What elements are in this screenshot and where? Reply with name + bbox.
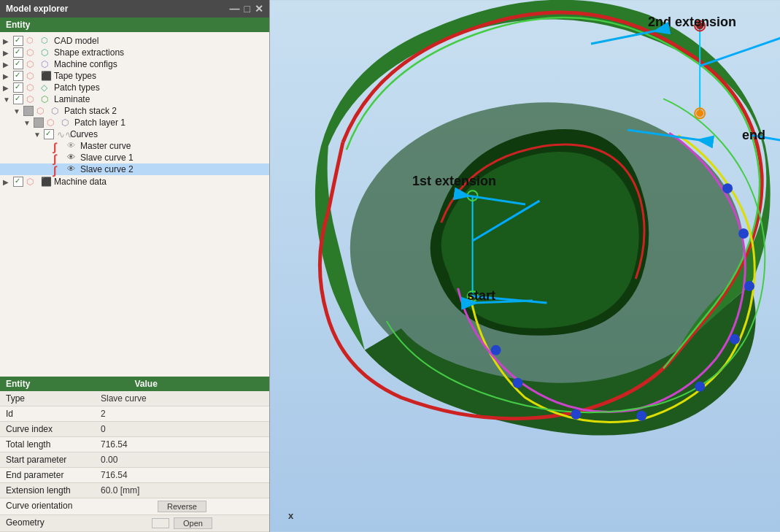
checkbox-tape[interactable]: [13, 71, 23, 81]
tree-item-master-curve[interactable]: ∫ 👁 Master curve: [0, 140, 269, 152]
tree-item-patch-types[interactable]: ▶ ⬡ ◇ Patch types: [0, 82, 269, 93]
geometry-swatch: [152, 518, 169, 528]
svg-point-6: [636, 411, 646, 421]
label-machine: Machine configs: [54, 59, 117, 69]
label-stack: Patch stack 2: [64, 106, 117, 116]
props-row-start-param: Start parameter 0.00: [0, 452, 269, 468]
props-table-header: Entity Value: [0, 377, 269, 391]
open-button[interactable]: Open: [174, 517, 212, 529]
svg-point-10: [738, 228, 749, 239]
tree-item-patch-stack-2[interactable]: ▼ ⬡ ⬡ Patch stack 2: [0, 105, 269, 117]
tree-arrow-machine[interactable]: ▶: [3, 61, 12, 69]
checkbox-machine[interactable]: [13, 59, 23, 69]
label-slave-curve-1: Slave curve 1: [80, 153, 134, 163]
annotation-2nd-extension: 2nd extension: [648, 15, 736, 30]
tree-item-cad-model[interactable]: ▶ ⬡ ⬡ CAD model: [0, 35, 269, 47]
axis-x-label: x: [288, 510, 293, 521]
entity-geometry: Geometry: [0, 515, 95, 531]
label-shape: Shape extractions: [54, 47, 124, 58]
label-slave-curve-2: Slave curve 2: [80, 164, 134, 174]
value-curve-orient: Reverse: [95, 498, 269, 514]
tree-arrow-layer[interactable]: ▼: [23, 119, 32, 127]
minimize-button[interactable]: —: [230, 3, 240, 15]
checkbox-shape[interactable]: [13, 47, 23, 58]
props-row-curve-orient: Curve orientation Reverse: [0, 498, 269, 515]
icon-patch-types2: ◇: [41, 82, 53, 93]
entity-curve-index: Curve index: [0, 422, 95, 436]
tree-item-curves[interactable]: ▼ ∿∿∿ Curves: [0, 128, 269, 140]
tree-arrow-shape[interactable]: ▶: [3, 49, 12, 57]
icon-stack: ⬡: [36, 106, 48, 116]
tree-area[interactable]: ▶ ⬡ ⬡ CAD model ▶ ⬡ ⬡ Shape extractions …: [0, 32, 269, 377]
entity-total-length: Total length: [0, 437, 95, 452]
svg-point-4: [513, 378, 523, 388]
checkbox-patch-types[interactable]: [13, 82, 23, 93]
checkbox-machine-data[interactable]: [13, 177, 23, 187]
entity-type: Type: [0, 391, 95, 406]
svg-point-5: [571, 409, 581, 420]
value-curve-index: 0: [95, 422, 269, 436]
icon-patch-types: ⬡: [26, 82, 38, 93]
entity-ext-length: Extension length: [0, 483, 95, 498]
tree-arrow-cad[interactable]: ▶: [3, 37, 12, 45]
entity-end-param: End parameter: [0, 468, 95, 482]
checkbox-layer[interactable]: [34, 117, 44, 128]
svg-point-9: [744, 281, 754, 291]
tree-item-slave-curve-1[interactable]: ∫ 👁 Slave curve 1: [0, 152, 269, 163]
tree-item-machine-configs[interactable]: ▶ ⬡ ⬡ Machine configs: [0, 58, 269, 70]
restore-button[interactable]: □: [244, 3, 250, 15]
tree-arrow-curves[interactable]: ▼: [34, 131, 42, 139]
tree-item-machine-data[interactable]: ▶ ⬡ ⬛ Machine data: [0, 175, 269, 188]
tree-item-slave-curve-2[interactable]: ∫ 👁 Slave curve 2: [0, 163, 269, 175]
icon-layer2: ⬡: [61, 117, 73, 128]
icon-tape2: ⬛: [41, 71, 53, 81]
props-row-end-param: End parameter 716.54: [0, 468, 269, 483]
checkbox-laminate[interactable]: [13, 94, 23, 104]
checkbox-curves[interactable]: [44, 129, 54, 139]
tree-item-laminate[interactable]: ▼ ⬡ ⬡ Laminate: [0, 93, 269, 105]
tree-arrow-tape[interactable]: ▶: [3, 72, 12, 80]
tree-arrow-stack[interactable]: ▼: [13, 107, 22, 115]
tree-item-shape-extractions[interactable]: ▶ ⬡ ⬡ Shape extractions: [0, 47, 269, 58]
icon-machine2: ⬡: [41, 59, 53, 69]
left-panel: Model explorer — □ ✕ Entity ▶ ⬡ ⬡ CAD mo…: [0, 0, 270, 532]
viewport[interactable]: 2nd extension end 1st extension start x: [270, 0, 780, 532]
icon-machine: ⬡: [26, 59, 38, 69]
label-curves: Curves: [70, 129, 98, 139]
icon-machine-data: ⬡: [26, 177, 38, 187]
value-start-param: 0.00: [95, 452, 269, 467]
close-button[interactable]: ✕: [255, 3, 263, 15]
header-value: Value: [135, 379, 264, 389]
icon-slave-curve-2: ∫: [53, 164, 65, 174]
label-master-curve: Master curve: [80, 141, 131, 151]
label-cad: CAD model: [54, 36, 99, 46]
icon-eye-slave1[interactable]: 👁: [67, 153, 79, 163]
props-row-total-length: Total length 716.54: [0, 437, 269, 452]
reverse-button[interactable]: Reverse: [158, 501, 206, 512]
tree-arrow-patch-types[interactable]: ▶: [3, 84, 12, 92]
icon-eye-master[interactable]: 👁: [67, 141, 79, 151]
props-row-id: Id 2: [0, 406, 269, 422]
props-row-type: Type Slave curve: [0, 391, 269, 406]
tree-item-patch-layer-1[interactable]: ▼ ⬡ ⬡ Patch layer 1: [0, 117, 269, 128]
label-laminate: Laminate: [54, 94, 90, 104]
annotation-start: start: [467, 288, 495, 304]
entity-bar: Entity: [0, 18, 269, 32]
annotation-end: end: [742, 128, 765, 143]
entity-curve-orient: Curve orientation: [0, 498, 95, 514]
tree-arrow-machine-data[interactable]: ▶: [3, 178, 12, 186]
icon-curves: ∿∿∿: [57, 129, 69, 139]
entity-id: Id: [0, 406, 95, 421]
checkbox-stack[interactable]: [23, 106, 34, 116]
icon-tape: ⬡: [26, 71, 38, 81]
value-id: 2: [95, 406, 269, 421]
props-row-curve-index: Curve index 0: [0, 422, 269, 437]
icon-slave-curve-1: ∫: [53, 153, 65, 163]
tree-arrow-laminate[interactable]: ▼: [3, 96, 12, 104]
icon-eye-slave2[interactable]: 👁: [67, 164, 79, 174]
label-layer: Patch layer 1: [74, 117, 126, 128]
tree-item-tape-types[interactable]: ▶ ⬡ ⬛ Tape types: [0, 70, 269, 82]
checkbox-cad[interactable]: [13, 36, 23, 46]
explorer-title: Model explorer: [6, 4, 68, 14]
props-row-ext-length: Extension length 60.0 [mm]: [0, 483, 269, 498]
